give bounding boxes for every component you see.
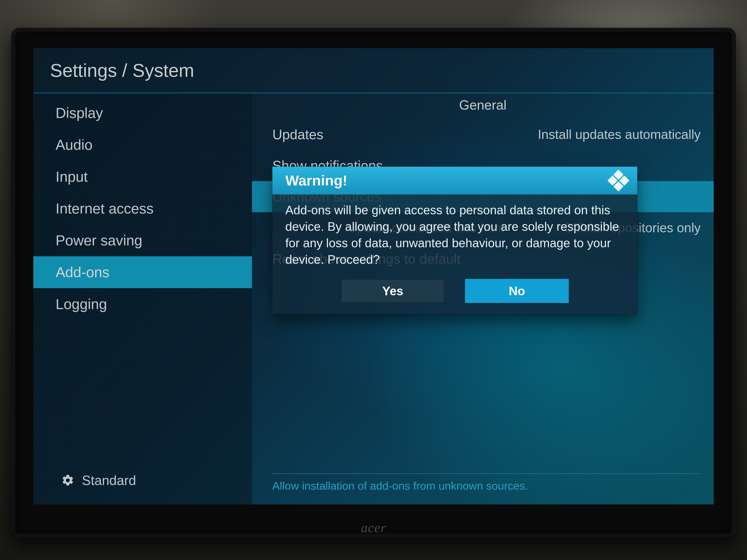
gear-icon (61, 474, 75, 487)
sidebar-item-label: Add-ons (56, 264, 109, 281)
sidebar-item-label: Logging (56, 296, 107, 313)
button-label: No (509, 284, 525, 298)
breadcrumb: Settings / System (33, 48, 714, 92)
sidebar-item-label: Display (56, 105, 103, 122)
dialog-title-text: Warning! (285, 172, 347, 189)
sidebar-item-audio[interactable]: Audio (33, 129, 252, 161)
sidebar-item-display[interactable]: Display (33, 97, 252, 129)
settings-level-button[interactable]: Standard (33, 468, 136, 494)
dialog-body-text: Add-ons will be given access to personal… (272, 194, 637, 279)
sidebar-item-label: Power saving (56, 232, 142, 249)
sidebar-item-label: Audio (56, 136, 93, 153)
screen: Settings / System Display Audio Input In… (33, 48, 714, 504)
dialog-titlebar: Warning! (272, 167, 637, 194)
yes-button[interactable]: Yes (341, 279, 445, 303)
settings-category-list: Display Audio Input Internet access Powe… (33, 93, 252, 320)
setting-label: Updates (272, 127, 324, 142)
sidebar-item-label: Input (56, 168, 87, 185)
settings-category-sidebar: Display Audio Input Internet access Powe… (33, 92, 252, 504)
button-label: Yes (382, 284, 403, 298)
sidebar-item-label: Internet access (56, 200, 154, 217)
breadcrumb-text: Settings / System (50, 60, 194, 81)
monitor-bezel: acer Settings / System Display Audio Inp… (11, 28, 736, 538)
sidebar-item-input[interactable]: Input (33, 161, 252, 193)
no-button[interactable]: No (465, 279, 569, 303)
dialog-actions: Yes No (272, 279, 637, 314)
sidebar-item-logging[interactable]: Logging (33, 288, 252, 320)
monitor-brand-label: acer (361, 520, 386, 536)
setting-description: Allow installation of add-ons from unkno… (272, 473, 701, 492)
kodi-logo-icon (608, 170, 629, 192)
setting-row-updates[interactable]: Updates Install updates automatically (252, 119, 714, 150)
setting-value: Install updates automatically (538, 127, 701, 142)
settings-level-label: Standard (82, 473, 136, 488)
sidebar-item-add-ons[interactable]: Add-ons (33, 256, 252, 288)
section-title: General (252, 93, 714, 119)
sidebar-item-power-saving[interactable]: Power saving (33, 224, 252, 256)
warning-dialog: Warning! Add-ons will be given access to… (272, 167, 637, 314)
sidebar-item-internet-access[interactable]: Internet access (33, 193, 252, 224)
